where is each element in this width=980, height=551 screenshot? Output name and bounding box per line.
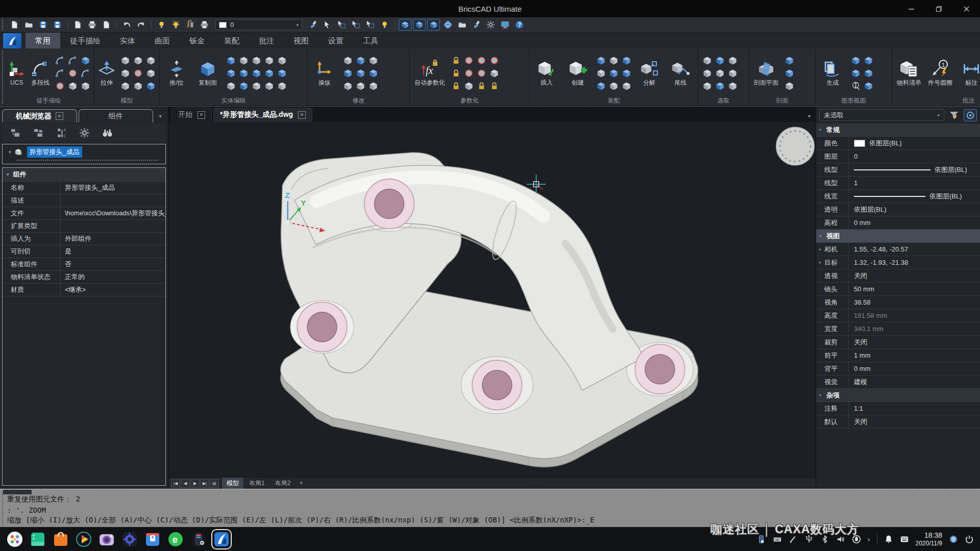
tree-expander-icon[interactable]: ▾: [9, 149, 11, 155]
camera-icon[interactable]: [98, 531, 115, 548]
ribbon-tool-icon[interactable]: [263, 80, 275, 92]
ribbon-tool-icon[interactable]: [849, 54, 862, 66]
next-layout-button[interactable]: ▶: [190, 479, 200, 488]
doc-tab-drawing[interactable]: *异形管接头_成品.dwg ✕: [213, 108, 312, 122]
layout-tab-model[interactable]: 模型: [222, 478, 243, 489]
nav-wheel[interactable]: [776, 127, 815, 165]
minimize-button[interactable]: [897, 0, 925, 17]
ribbon-tool-icon[interactable]: [250, 80, 262, 92]
brush-icon[interactable]: [307, 19, 320, 31]
chevron-icon[interactable]: ›: [868, 535, 870, 543]
constraint-icon[interactable]: [450, 67, 462, 79]
section-general[interactable]: ▾ 常规: [816, 123, 980, 137]
tail-line-button[interactable]: 尾线: [666, 60, 695, 86]
sort-az-icon[interactable]: AZ: [56, 128, 67, 138]
auto-parametric-button[interactable]: 自动参数化: [412, 60, 447, 86]
ribbon-tool-icon[interactable]: [54, 67, 66, 79]
ribbon-tool-icon[interactable]: [354, 67, 366, 79]
ribbon-tool-icon[interactable]: [119, 67, 131, 79]
ribbon-tool-icon[interactable]: [783, 67, 795, 79]
ribbon-tool-icon[interactable]: [714, 80, 726, 92]
select-box-icon[interactable]: [364, 19, 377, 31]
tab-assembly[interactable]: 装配: [214, 33, 249, 48]
ribbon-tool-icon[interactable]: [354, 80, 366, 92]
ribbon-tool-icon[interactable]: [237, 54, 250, 66]
ribbon-tool-icon[interactable]: [225, 80, 237, 92]
ribbon-tool-icon[interactable]: [367, 67, 379, 79]
constraint-icon[interactable]: [475, 80, 487, 92]
constraint-icon[interactable]: [488, 67, 500, 79]
tab-surface[interactable]: 曲面: [145, 33, 180, 48]
tree-item-label[interactable]: 异形管接头_成品: [27, 146, 82, 158]
section-expander-icon[interactable]: ▾: [816, 393, 824, 397]
defender-icon[interactable]: [949, 535, 958, 544]
dimension-button[interactable]: 标注: [957, 60, 980, 86]
row-expander-icon[interactable]: ▸: [816, 247, 824, 252]
tab-home[interactable]: 常用: [26, 33, 60, 48]
generate-views-button[interactable]: 生成: [818, 60, 847, 86]
ribbon-tool-icon[interactable]: [79, 80, 91, 92]
ribbon-tool-icon[interactable]: [276, 80, 288, 92]
tab-sketch[interactable]: 徒手描绘: [60, 33, 110, 48]
ribbon-tool-icon[interactable]: [862, 80, 874, 92]
control-center-icon[interactable]: [121, 531, 138, 548]
ribbon-tool-icon[interactable]: [595, 67, 607, 79]
section-misc[interactable]: ▾ 杂项: [816, 389, 980, 402]
panel-menu-button[interactable]: ▾: [155, 109, 166, 122]
component-section-header[interactable]: ▾ 组件: [3, 168, 165, 182]
create-component-button[interactable]: 创建: [564, 60, 592, 86]
ribbon-tool-icon[interactable]: [144, 80, 157, 92]
selection-dropdown[interactable]: 未选取 ▾: [819, 109, 944, 121]
ribbon-tool-icon[interactable]: [250, 54, 262, 66]
sphere-icon[interactable]: [442, 19, 454, 31]
spring-icon[interactable]: [184, 19, 197, 31]
redo-icon[interactable]: [135, 19, 148, 31]
grid-bulb-icon[interactable]: [378, 19, 391, 31]
close-icon[interactable]: ✕: [56, 112, 63, 120]
surface-toggle-icon[interactable]: [413, 19, 426, 31]
restore-button[interactable]: [925, 0, 952, 17]
ribbon-tool-icon[interactable]: [783, 54, 795, 66]
input-method-icon[interactable]: [900, 535, 909, 544]
clock[interactable]: 18:38 2020/11/9: [916, 531, 943, 547]
viewport[interactable]: Z Y: [168, 122, 816, 477]
constraint-icon[interactable]: [475, 67, 487, 79]
tab-sheetmetal[interactable]: 钣金: [180, 33, 214, 48]
constraint-icon[interactable]: [462, 67, 475, 79]
bulb-bright-icon[interactable]: [169, 19, 182, 31]
select-similar-icon[interactable]: [350, 19, 362, 31]
expand-tree-icon[interactable]: [33, 128, 44, 138]
ribbon-tool-icon[interactable]: [620, 54, 632, 66]
section-view[interactable]: ▾ 视图: [816, 230, 980, 243]
save-icon[interactable]: [37, 19, 50, 31]
ribbon-tool-icon[interactable]: [620, 67, 632, 79]
ribbon-tool-icon[interactable]: [726, 54, 739, 66]
constraint-icon[interactable]: [462, 80, 475, 92]
bom-button[interactable]: 物料清单: [895, 60, 923, 86]
doc-tab-list-button[interactable]: ▾: [808, 113, 811, 119]
last-layout-button[interactable]: ▶|: [200, 479, 209, 488]
constraint-icon[interactable]: [462, 54, 475, 66]
ribbon-tool-icon[interactable]: [595, 54, 607, 66]
doc-tab-start[interactable]: 开始 ✕: [172, 108, 212, 122]
ribbon-tool-icon[interactable]: [66, 80, 79, 92]
ribbon-tool-icon[interactable]: [862, 67, 874, 79]
print-icon[interactable]: [198, 19, 211, 31]
ribbon-tool-icon[interactable]: [237, 67, 250, 79]
polyline-button[interactable]: 多段线: [30, 60, 52, 86]
tree-item-root[interactable]: ▾ 异形管接头_成品: [4, 146, 164, 158]
tab-tools[interactable]: 工具: [353, 33, 388, 48]
app-store-icon[interactable]: [52, 531, 69, 548]
constraint-icon[interactable]: [488, 80, 500, 92]
ribbon-tool-icon[interactable]: [144, 67, 157, 79]
ribbon-tool-icon[interactable]: [726, 67, 739, 79]
ribbon-tool-icon[interactable]: [54, 80, 66, 92]
ribbon-drag-handle[interactable]: [2, 51, 3, 104]
layout-tab-2[interactable]: 布局2: [271, 478, 296, 489]
ribbon-tool-icon[interactable]: [354, 54, 366, 66]
tab-view[interactable]: 视图: [284, 33, 318, 48]
tab-solid[interactable]: 实体: [110, 33, 145, 48]
ribbon-tool-icon[interactable]: [595, 80, 607, 92]
ribbon-tool-icon[interactable]: [132, 54, 144, 66]
constraint-icon[interactable]: [450, 80, 462, 92]
